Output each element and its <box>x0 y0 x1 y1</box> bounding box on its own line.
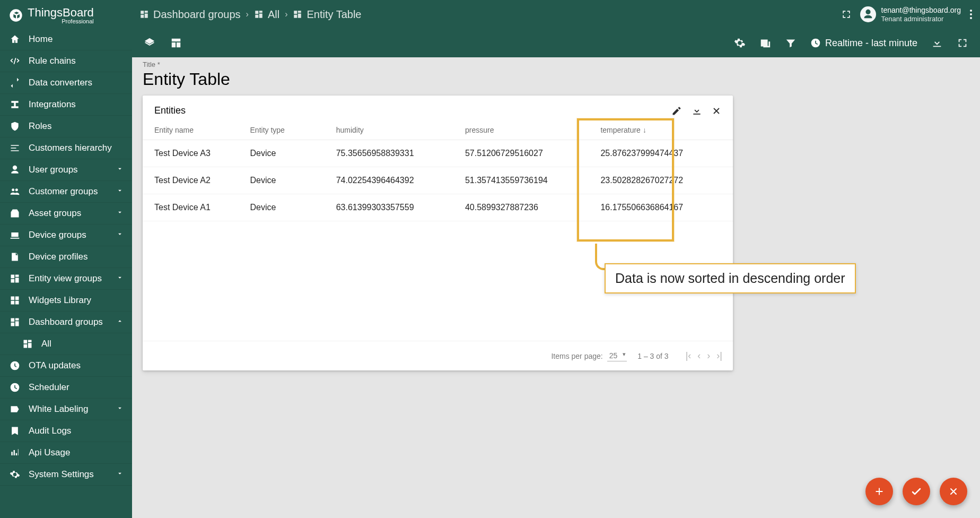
sidebar-item-entity-view-groups[interactable]: Entity view groups <box>0 268 132 290</box>
entities-widget: Entities Entity name Entity type humidit… <box>143 96 733 370</box>
sidebar-item-all[interactable]: All <box>0 333 132 355</box>
sidebar-item-customers-hierarchy[interactable]: Customers hierarchy <box>0 137 132 159</box>
col-pressure[interactable]: pressure <box>458 120 593 140</box>
fab-cancel[interactable] <box>940 478 967 505</box>
widget-title: Entities <box>154 105 186 116</box>
brand-logo[interactable]: ThingsBoard Professional <box>0 0 132 29</box>
more-icon[interactable] <box>969 10 973 19</box>
side-nav: HomeRule chainsData convertersIntegratio… <box>0 29 132 486</box>
sidebar-item-home[interactable]: Home <box>0 29 132 50</box>
sidebar-item-device-groups[interactable]: Device groups <box>0 225 132 246</box>
sidebar-item-label: User groups <box>29 165 78 175</box>
sidebar-item-audit-logs[interactable]: Audit Logs <box>0 420 132 442</box>
svg-point-1 <box>970 13 972 15</box>
cell-humidity: 63.61399303357559 <box>329 194 458 221</box>
sidebar-item-label: Data converters <box>29 77 92 88</box>
chevron-down-icon <box>116 165 124 175</box>
entities-table: Entity name Entity type humidity pressur… <box>143 120 733 221</box>
audit-icon <box>8 426 21 436</box>
svg-point-2 <box>970 17 972 19</box>
dashboard-icon <box>21 339 34 349</box>
sidebar-item-white-labeling[interactable]: White Labeling <box>0 399 132 420</box>
sidebar-item-dashboard-groups[interactable]: Dashboard groups <box>0 312 132 333</box>
brand-edition: Professional <box>28 18 94 24</box>
table-row[interactable]: Test Device A1Device63.6139930335755940.… <box>143 194 733 221</box>
sidebar-item-label: Device profiles <box>29 252 88 262</box>
sidebar-item-roles[interactable]: Roles <box>0 116 132 137</box>
sidebar-item-label: Customer groups <box>29 186 98 197</box>
sidebar-item-label: Customers hierarchy <box>29 143 112 153</box>
page-title[interactable]: Entity Table <box>143 70 969 89</box>
sidebar-item-label: Dashboard groups <box>29 317 103 327</box>
cell-pressure: 57.51206729516027 <box>458 140 593 167</box>
col-entity-name[interactable]: Entity name <box>143 120 243 140</box>
expand-icon[interactable] <box>957 37 968 49</box>
breadcrumb-dashboard-groups[interactable]: Dashboard groups <box>139 8 241 21</box>
edit-icon[interactable] <box>671 106 682 116</box>
sidebar-item-ota-updates[interactable]: OTA updates <box>0 355 132 377</box>
table-row[interactable]: Test Device A3Device75.3565695883933157.… <box>143 140 733 167</box>
integration-icon <box>8 99 21 110</box>
fab-add[interactable] <box>865 478 893 505</box>
asset-icon <box>8 208 21 219</box>
sidebar-item-label: Roles <box>29 121 51 132</box>
filter-icon[interactable] <box>785 37 797 49</box>
fullscreen-icon[interactable] <box>841 9 852 20</box>
export-icon[interactable] <box>931 37 943 49</box>
layout-icon[interactable] <box>170 37 182 49</box>
sidebar-item-system-settings[interactable]: System Settings <box>0 464 132 486</box>
sidebar-item-scheduler[interactable]: Scheduler <box>0 377 132 399</box>
breadcrumb-all[interactable]: All <box>254 8 279 21</box>
sidebar-item-device-profiles[interactable]: Device profiles <box>0 246 132 268</box>
page-size-select[interactable]: 25 <box>607 350 627 361</box>
cell-type: Device <box>243 194 329 221</box>
close-icon[interactable] <box>712 106 721 116</box>
chevron-down-icon <box>116 186 124 197</box>
col-humidity[interactable]: humidity <box>329 120 458 140</box>
settings-icon[interactable] <box>734 37 746 49</box>
user-menu[interactable]: tenant@thingsboard.org Tenant administra… <box>860 6 961 23</box>
download-icon[interactable] <box>692 106 702 116</box>
sidebar-item-label: Home <box>29 34 52 45</box>
sidebar-item-label: Integrations <box>29 99 76 110</box>
cell-pressure: 40.5899327887236 <box>458 194 593 221</box>
sidebar-item-widgets-library[interactable]: Widgets Library <box>0 290 132 312</box>
sidebar-item-rule-chains[interactable]: Rule chains <box>0 50 132 72</box>
dashboard-icon <box>8 317 21 327</box>
fab-apply[interactable] <box>903 478 930 505</box>
table-row[interactable]: Test Device A2Device74.0225439646439251.… <box>143 167 733 194</box>
sidebar-item-label: Widgets Library <box>29 295 91 306</box>
breadcrumb-entity-table[interactable]: Entity Table <box>293 8 361 21</box>
col-temperature[interactable]: temperature↓ <box>593 120 733 140</box>
topbar: Dashboard groups › All › Entity Table <box>132 0 980 29</box>
col-entity-type[interactable]: Entity type <box>243 120 329 140</box>
sidebar-item-api-usage[interactable]: Api Usage <box>0 442 132 464</box>
sidebar-item-label: Scheduler <box>29 382 69 393</box>
time-window[interactable]: Realtime - last minute <box>810 38 917 49</box>
sidebar-item-label: Rule chains <box>29 56 76 66</box>
cell-humidity: 74.02254396464392 <box>329 167 458 194</box>
pager-next-icon[interactable]: › <box>707 350 710 361</box>
cell-temperature: 25.876237999474437 <box>593 140 733 167</box>
sidebar-item-label: Device groups <box>29 230 86 240</box>
breadcrumb-separator: › <box>285 10 287 19</box>
sidebar-item-asset-groups[interactable]: Asset groups <box>0 203 132 225</box>
table-header-row: Entity name Entity type humidity pressur… <box>143 120 733 140</box>
cell-humidity: 75.35656958839331 <box>329 140 458 167</box>
entityview-icon <box>8 273 21 284</box>
chevron-down-icon <box>116 208 124 219</box>
cell-name: Test Device A1 <box>143 194 243 221</box>
pager-last-icon[interactable]: ›| <box>716 350 722 361</box>
pager-prev-icon[interactable]: ‹ <box>697 350 701 361</box>
sidebar-item-integrations[interactable]: Integrations <box>0 94 132 116</box>
cell-temperature: 23.502828267027272 <box>593 167 733 194</box>
sidebar-item-data-converters[interactable]: Data converters <box>0 72 132 94</box>
dashboard-toolbar: Realtime - last minute <box>132 29 980 57</box>
sidebar-item-customer-groups[interactable]: Customer groups <box>0 181 132 203</box>
sidebar-item-user-groups[interactable]: User groups <box>0 159 132 181</box>
layers-icon[interactable] <box>144 37 155 49</box>
pager-first-icon[interactable]: |‹ <box>686 350 692 361</box>
ota-icon <box>8 360 21 371</box>
sidebar-item-label: White Labeling <box>29 404 88 415</box>
entity-alias-icon[interactable] <box>759 37 771 49</box>
